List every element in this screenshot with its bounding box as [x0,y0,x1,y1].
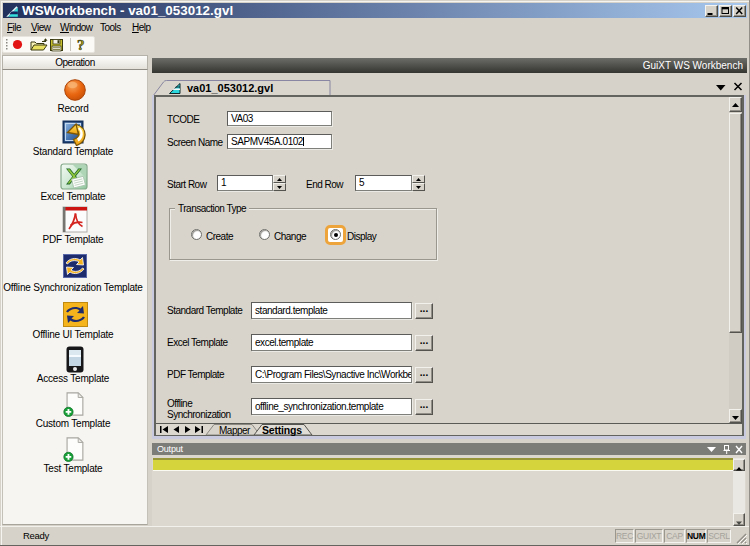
svg-text:?: ? [77,37,85,53]
